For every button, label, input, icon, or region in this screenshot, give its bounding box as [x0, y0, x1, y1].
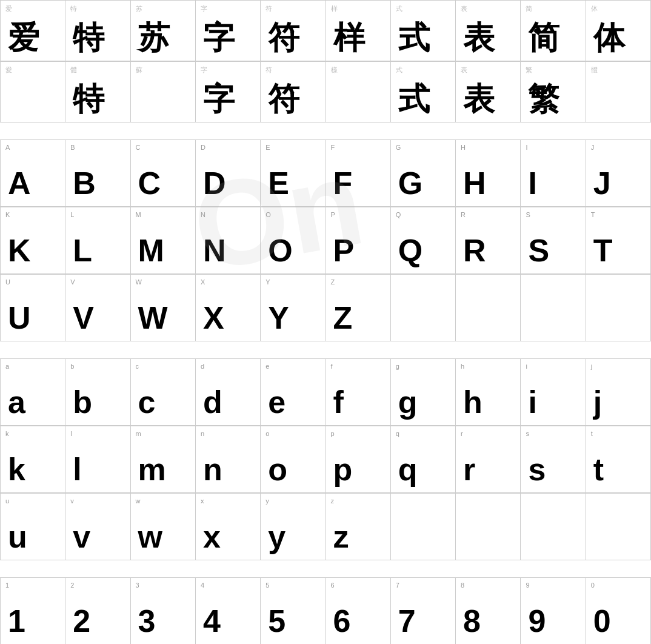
- cell-trad-label-su: 蘇: [136, 65, 142, 75]
- cell-trad-char-fan: 繁: [528, 83, 559, 115]
- label-7: 7: [396, 582, 399, 589]
- cell-Q: Q Q: [391, 207, 456, 274]
- char-s: s: [528, 454, 546, 485]
- label-P: P: [331, 211, 335, 218]
- cell-G: G G: [391, 140, 456, 207]
- label-A: A: [5, 144, 10, 151]
- cell-trad-char-ti: 特: [73, 83, 104, 115]
- label-J: J: [591, 144, 595, 151]
- cell-p: p p: [326, 426, 391, 493]
- label-S: S: [526, 211, 530, 218]
- chinese-traditional-section: 愛 體 特 蘇 字 字 符 符 樣 式 式 表 表 繁 繁 體: [0, 61, 651, 122]
- cell-3: 3 3: [131, 578, 196, 644]
- cell-U: U U: [1, 275, 65, 341]
- cell-trad-label-fu: 符: [265, 65, 272, 75]
- cell-h: h h: [456, 359, 521, 426]
- cell-biao: 表 表: [456, 1, 521, 61]
- cell-7: 7 7: [391, 578, 456, 644]
- gap-2: [0, 341, 651, 358]
- label-y: y: [265, 497, 269, 505]
- uppercase-row-2: K K L L M M N N O O P P Q Q R R: [0, 207, 651, 274]
- label-6: 6: [331, 582, 335, 589]
- cell-trad-label-biao: 表: [461, 65, 467, 75]
- cell-empty-6: [456, 494, 521, 560]
- char-a: a: [8, 386, 25, 418]
- char-D: D: [203, 167, 226, 199]
- cell-M: M M: [131, 207, 196, 274]
- cell-F: F F: [326, 140, 391, 207]
- cell-trad-biao: 表 表: [456, 62, 521, 122]
- char-S: S: [528, 235, 549, 266]
- cell-i: i i: [521, 359, 586, 426]
- label-F: F: [331, 144, 335, 151]
- cell-L: L L: [65, 207, 130, 274]
- lowercase-section: a a b b c c d d e e f f g g h h: [0, 358, 651, 560]
- cell-c: c c: [131, 359, 196, 426]
- label-x: x: [201, 497, 204, 505]
- cell-5: 5 5: [261, 578, 326, 644]
- label-a: a: [5, 363, 9, 370]
- chinese-simplified-section: 爱 爱 特 特 苏 苏 字 字 符 符 样 样 式 式 表 表 简 简 体 体: [0, 0, 651, 61]
- char-0: 0: [593, 605, 611, 637]
- cell-shi: 式 式: [391, 1, 456, 61]
- gap-3: [0, 560, 651, 577]
- label-b: b: [70, 363, 74, 370]
- char-3: 3: [138, 605, 156, 637]
- cell-E: E E: [261, 140, 326, 207]
- cell-trad-fu: 符 符: [261, 62, 326, 122]
- char-w: w: [138, 521, 162, 552]
- cell-yang: 样 样: [326, 1, 391, 61]
- char-d: d: [203, 386, 222, 418]
- cell-ti: 体 体: [586, 1, 651, 61]
- char-4: 4: [203, 605, 221, 637]
- digits-row-1: 1 1 2 2 3 3 4 4 5 5 6 6 7 7 8 8: [0, 577, 651, 644]
- cell-trad-label-fan: 繁: [526, 65, 532, 75]
- label-n: n: [201, 430, 204, 437]
- char-y: y: [268, 521, 285, 552]
- label-0: 0: [591, 582, 595, 589]
- char-1: 1: [8, 605, 25, 637]
- cell-label-fu: 符: [265, 4, 272, 13]
- char-2: 2: [73, 605, 90, 637]
- cell-A: A A: [1, 140, 65, 207]
- char-i: i: [528, 386, 536, 418]
- cell-z: z z: [326, 494, 391, 560]
- cell-label-su: 苏: [136, 4, 142, 13]
- cell-l: l l: [65, 426, 130, 493]
- cell-label-zi: 字: [201, 4, 207, 13]
- char-n: n: [203, 454, 222, 485]
- char-K: K: [8, 235, 31, 266]
- char-z: z: [333, 521, 349, 552]
- cell-su: 苏 苏: [131, 1, 196, 61]
- char-V: V: [73, 302, 94, 334]
- char-l: l: [73, 454, 81, 485]
- label-f: f: [331, 363, 333, 370]
- label-v: v: [70, 497, 74, 505]
- cell-trad-shi: 式 式: [391, 62, 456, 122]
- char-L: L: [73, 235, 92, 266]
- label-s: s: [526, 430, 529, 437]
- label-N: N: [201, 211, 205, 218]
- label-L: L: [70, 211, 74, 218]
- label-K: K: [5, 211, 10, 218]
- cell-B: B B: [65, 140, 130, 207]
- char-P: P: [333, 235, 355, 266]
- cell-char-biao: 表: [463, 22, 495, 53]
- label-t: t: [591, 430, 593, 437]
- cell-trad-yang: 樣: [326, 62, 391, 122]
- label-h: h: [461, 363, 464, 370]
- label-e: e: [265, 363, 269, 370]
- cell-e: e e: [261, 359, 326, 426]
- digits-section: 1 1 2 2 3 3 4 4 5 5 6 6 7 7 8 8: [0, 577, 651, 644]
- cell-W: W W: [131, 275, 196, 341]
- cell-J: J J: [586, 140, 651, 207]
- char-5: 5: [268, 605, 285, 637]
- cell-char-fu: 符: [268, 22, 299, 53]
- label-9: 9: [526, 582, 529, 589]
- label-R: R: [461, 211, 466, 218]
- char-Y: Y: [268, 302, 289, 334]
- label-D: D: [201, 144, 205, 151]
- cell-trad-char-zi: 字: [203, 83, 235, 115]
- char-t: t: [593, 454, 604, 485]
- cell-empty-1: [391, 275, 456, 341]
